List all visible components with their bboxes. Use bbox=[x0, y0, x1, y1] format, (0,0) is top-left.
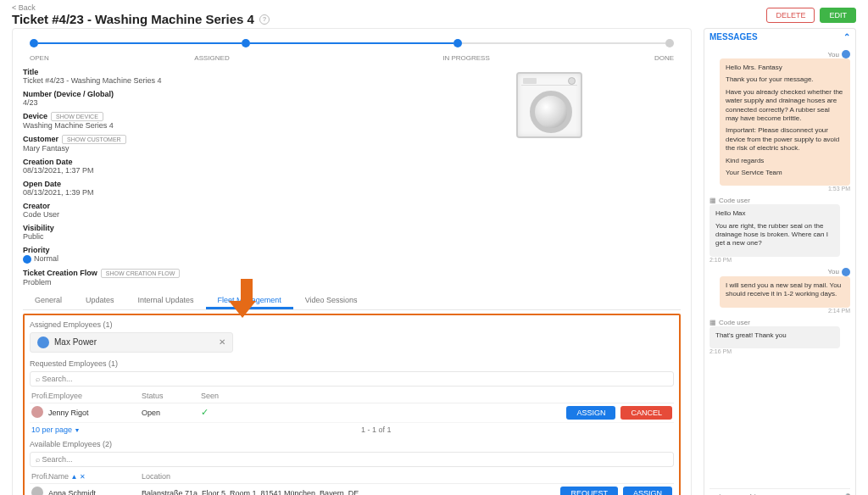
remove-assigned-button[interactable]: ✕ bbox=[219, 337, 225, 347]
page-title: Ticket #4/23 - Washing Machine Series 4 … bbox=[12, 12, 270, 26]
stage-labels: OPEN ASSIGNED IN PROGRESS DONE bbox=[30, 54, 674, 62]
col-profile: Profi. bbox=[31, 392, 48, 400]
msg-time: 2:10 PM bbox=[709, 257, 850, 263]
assigned-employee-name: Max Power bbox=[54, 337, 97, 347]
delete-button[interactable]: DELETE bbox=[766, 8, 815, 23]
request-button[interactable]: REQUEST bbox=[560, 487, 618, 495]
assigned-title: Assigned Employees (1) bbox=[30, 320, 674, 329]
sort-icon[interactable]: ▲ ✕ bbox=[71, 473, 86, 481]
msg-sender: ▦ Code user bbox=[709, 319, 850, 326]
messages-header[interactable]: MESSAGES ⌃ bbox=[704, 28, 856, 45]
cancel-button[interactable]: CANCEL bbox=[620, 406, 672, 420]
assign-button[interactable]: ASSIGN bbox=[623, 487, 672, 495]
title-label: Title bbox=[23, 68, 38, 76]
avatar-icon bbox=[37, 336, 49, 348]
msg-time: 1:53 PM bbox=[709, 186, 850, 192]
requested-status: Open bbox=[142, 409, 201, 417]
message-bubble: That's great! Thank you bbox=[709, 326, 840, 348]
avatar-icon bbox=[842, 50, 850, 58]
available-title: Available Employees (2) bbox=[30, 440, 674, 448]
collapse-icon[interactable]: ⌃ bbox=[843, 32, 850, 42]
back-link[interactable]: < Back bbox=[12, 3, 270, 12]
tab-internal-updates[interactable]: Internal Updates bbox=[126, 292, 206, 309]
customer-label: Customer bbox=[23, 135, 58, 143]
col-status[interactable]: Status bbox=[142, 392, 201, 400]
available-location: Balanstraße 71a, Floor 5, Room 1, 81541 … bbox=[142, 489, 560, 495]
tab-updates[interactable]: Updates bbox=[74, 292, 126, 309]
device-label: Device bbox=[23, 112, 47, 120]
available-name: Anna Schmidt bbox=[48, 489, 142, 495]
msg-sender: You bbox=[709, 50, 850, 58]
col-profile: Profi. bbox=[31, 472, 48, 481]
available-search-input[interactable]: ⌕ Search... bbox=[30, 452, 674, 467]
open-label: Open Date bbox=[23, 180, 61, 188]
number-label: Number (Device / Global) bbox=[23, 90, 114, 98]
qr-icon: ▦ bbox=[709, 319, 716, 326]
priority-value: Normal bbox=[23, 254, 681, 264]
priority-dot-icon bbox=[23, 255, 31, 264]
msg-sender: You bbox=[709, 268, 850, 276]
creation-value: 08/13/2021, 1:37 PM bbox=[23, 166, 681, 175]
seen-check-icon: ✓ bbox=[201, 407, 209, 417]
msg-time: 2:14 PM bbox=[709, 308, 850, 314]
creation-label: Creation Date bbox=[23, 158, 73, 166]
open-value: 08/13/2021, 1:39 PM bbox=[23, 188, 681, 197]
col-name[interactable]: Name ▲ ✕ bbox=[48, 472, 142, 481]
message-bubble: I will send you a new seal by mail. You … bbox=[720, 276, 850, 308]
edit-button[interactable]: EDIT bbox=[820, 8, 856, 23]
flow-label: Ticket Creation Flow bbox=[23, 269, 97, 277]
highlight-arrow-icon bbox=[236, 279, 256, 318]
avatar-icon bbox=[31, 406, 43, 418]
message-bubble: Hello Mrs. Fantasy Thank you for your me… bbox=[720, 58, 850, 186]
avatar-icon bbox=[842, 268, 850, 276]
assign-button[interactable]: ASSIGN bbox=[566, 406, 615, 420]
show-customer-button[interactable]: SHOW CUSTOMER bbox=[62, 135, 126, 144]
device-image bbox=[516, 72, 589, 148]
requested-search-input[interactable]: ⌕ Search... bbox=[30, 371, 674, 387]
page-title-text: Ticket #4/23 - Washing Machine Series 4 bbox=[12, 12, 254, 26]
assigned-employee-chip: Max Power ✕ bbox=[30, 332, 233, 353]
tab-video-sessions[interactable]: Video Sessions bbox=[293, 292, 370, 309]
priority-label: Priority bbox=[23, 246, 50, 254]
qr-icon: ▦ bbox=[709, 197, 716, 204]
message-bubble: Hello Max You are right, the rubber seal… bbox=[709, 204, 840, 257]
messages-panel: You Hello Mrs. Fantasy Thank you for you… bbox=[704, 45, 856, 495]
search-icon: ⌕ bbox=[36, 375, 40, 383]
available-search-placeholder: Search... bbox=[42, 455, 73, 464]
col-location[interactable]: Location bbox=[142, 472, 672, 481]
creator-label: Creator bbox=[23, 202, 50, 210]
visibility-label: Visibility bbox=[23, 224, 54, 232]
visibility-value: Public bbox=[23, 232, 681, 241]
creator-value: Code User bbox=[23, 210, 681, 219]
requested-title: Requested Employees (1) bbox=[30, 359, 674, 368]
requested-employee-name: Jenny Rigot bbox=[48, 409, 142, 417]
requested-range: 1 - 1 of 1 bbox=[361, 425, 392, 434]
col-employee[interactable]: Employee bbox=[48, 392, 142, 400]
show-device-button[interactable]: SHOW DEVICE bbox=[51, 112, 103, 121]
info-icon[interactable]: ? bbox=[259, 14, 270, 25]
progress-bar bbox=[30, 39, 674, 47]
available-row: Anna Schmidt Balanstraße 71a, Floor 5, R… bbox=[30, 484, 674, 495]
msg-sender: ▦ Code user bbox=[709, 197, 850, 204]
requested-per-page[interactable]: 10 per page ▼ bbox=[31, 425, 81, 434]
col-seen[interactable]: Seen bbox=[201, 392, 311, 400]
search-icon: ⌕ bbox=[36, 455, 40, 464]
fleet-management-panel: Assigned Employees (1) Max Power ✕ Reque… bbox=[23, 314, 681, 495]
avatar-placeholder-icon bbox=[31, 487, 43, 495]
requested-row: Jenny Rigot Open ✓ ASSIGN CANCEL bbox=[30, 403, 674, 423]
requested-search-placeholder: Search... bbox=[42, 375, 73, 383]
flow-value: Problem bbox=[23, 278, 681, 286]
msg-time: 2:16 PM bbox=[709, 348, 850, 354]
show-flow-button[interactable]: SHOW CREATION FLOW bbox=[101, 269, 181, 278]
tab-general[interactable]: General bbox=[23, 292, 74, 309]
